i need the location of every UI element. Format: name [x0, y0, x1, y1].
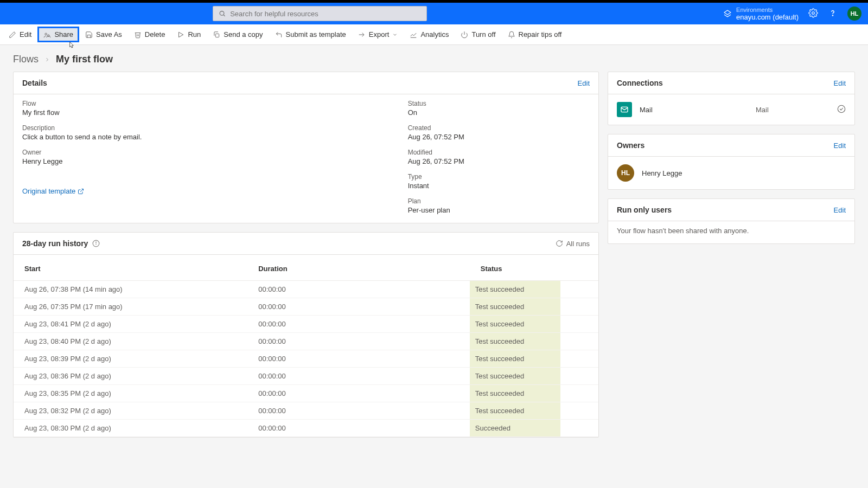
svg-rect-7: [216, 34, 219, 37]
col-start[interactable]: Start: [14, 255, 247, 281]
run-status: Test succeeded: [470, 402, 598, 420]
owners-card: Owners Edit HL Henry Legge: [608, 134, 855, 190]
run-only-edit-link[interactable]: Edit: [834, 206, 846, 214]
environment-icon: [723, 9, 732, 18]
original-template-label: Original template: [22, 187, 75, 195]
details-card: Details Edit FlowMy first flow Descripti…: [13, 72, 599, 223]
table-row[interactable]: Aug 23, 08:40 PM (2 d ago)00:00:00Test s…: [14, 333, 598, 350]
bell-icon: [508, 31, 515, 38]
description-value: Click a button to send a note by email.: [22, 133, 386, 141]
col-duration[interactable]: Duration: [247, 255, 470, 281]
info-icon[interactable]: [92, 240, 100, 247]
export-button[interactable]: Export: [354, 28, 403, 41]
owners-title: Owners: [617, 141, 644, 150]
table-row[interactable]: Aug 23, 08:32 PM (2 d ago)00:00:00Test s…: [14, 402, 598, 420]
connection-type: Mail: [756, 106, 829, 114]
turn-off-button[interactable]: Turn off: [456, 28, 500, 41]
table-row[interactable]: Aug 23, 08:36 PM (2 d ago)00:00:00Test s…: [14, 368, 598, 385]
svg-point-2: [812, 11, 815, 14]
details-title: Details: [22, 79, 47, 87]
table-row[interactable]: Aug 26, 07:35 PM (17 min ago)00:00:00Tes…: [14, 298, 598, 316]
owners-edit-link[interactable]: Edit: [834, 142, 846, 150]
settings-icon[interactable]: [808, 8, 818, 20]
run-start: Aug 23, 08:36 PM (2 d ago): [14, 368, 247, 385]
run-button[interactable]: Run: [173, 28, 205, 41]
run-status: Succeeded: [470, 420, 598, 437]
modified-value: Aug 26, 07:52 PM: [408, 157, 590, 165]
owner-avatar: HL: [617, 164, 634, 182]
run-history-title: 28-day run history: [22, 239, 88, 248]
help-icon[interactable]: [828, 8, 838, 20]
run-duration: 00:00:00: [247, 368, 470, 385]
modified-label: Modified: [408, 149, 590, 156]
check-icon: [837, 105, 846, 115]
run-duration: 00:00:00: [247, 298, 470, 316]
chart-icon: [410, 31, 417, 38]
run-duration: 00:00:00: [247, 350, 470, 368]
mail-icon: [617, 102, 632, 117]
svg-point-3: [832, 15, 833, 15]
owner-row[interactable]: HL Henry Legge: [608, 157, 854, 189]
chevron-down-icon: [392, 32, 398, 37]
svg-point-15: [838, 105, 845, 112]
save-as-button[interactable]: Save As: [81, 28, 126, 41]
search-box[interactable]: [213, 6, 427, 21]
table-row[interactable]: Aug 23, 08:39 PM (2 d ago)00:00:00Test s…: [14, 350, 598, 368]
svg-line-1: [224, 15, 225, 16]
power-icon: [461, 31, 468, 38]
table-row[interactable]: Aug 23, 08:30 PM (2 d ago)00:00:00Succee…: [14, 420, 598, 437]
flow-value: My first flow: [22, 108, 386, 117]
original-template-link[interactable]: Original template: [22, 187, 386, 195]
run-duration: 00:00:00: [247, 385, 470, 402]
share-icon: [43, 31, 51, 38]
breadcrumb-root[interactable]: Flows: [13, 54, 39, 65]
run-status: Test succeeded: [470, 333, 598, 350]
col-status[interactable]: Status: [470, 255, 598, 281]
refresh-icon: [556, 240, 563, 247]
arrow-return-icon: [275, 31, 283, 38]
submit-template-button[interactable]: Submit as template: [271, 28, 350, 41]
cmd-label: Share: [54, 30, 73, 38]
cmd-label: Run: [188, 30, 201, 38]
svg-marker-6: [179, 32, 183, 37]
connections-edit-link[interactable]: Edit: [834, 79, 846, 87]
type-label: Type: [408, 173, 590, 181]
run-start: Aug 23, 08:41 PM (2 d ago): [14, 316, 247, 333]
svg-point-0: [220, 11, 224, 16]
table-row[interactable]: Aug 23, 08:35 PM (2 d ago)00:00:00Test s…: [14, 385, 598, 402]
cmd-label: Export: [369, 30, 390, 38]
cmd-label: Save As: [96, 30, 122, 38]
run-duration: 00:00:00: [247, 333, 470, 350]
details-edit-link[interactable]: Edit: [578, 79, 590, 87]
search-input[interactable]: [230, 10, 421, 18]
top-navbar: Environments enayu.com (default) HL: [0, 3, 868, 24]
owner-label: Owner: [22, 149, 386, 156]
command-bar: Edit Share Save As Delete Run Send a cop…: [0, 24, 868, 45]
send-copy-button[interactable]: Send a copy: [208, 28, 267, 41]
cmd-label: Submit as template: [286, 30, 346, 38]
created-label: Created: [408, 124, 590, 132]
environment-name: enayu.com (default): [736, 13, 799, 21]
share-button[interactable]: Share: [39, 28, 78, 41]
copy-icon: [213, 31, 220, 38]
table-row[interactable]: Aug 23, 08:41 PM (2 d ago)00:00:00Test s…: [14, 316, 598, 333]
repair-tips-button[interactable]: Repair tips off: [503, 28, 566, 41]
environment-picker[interactable]: Environments enayu.com (default): [723, 7, 799, 21]
run-only-empty-text: Your flow hasn't been shared with anyone…: [617, 227, 749, 235]
table-row[interactable]: Aug 26, 07:38 PM (14 min ago)00:00:00Tes…: [14, 281, 598, 298]
analytics-button[interactable]: Analytics: [405, 28, 453, 41]
run-only-title: Run only users: [617, 206, 672, 214]
connections-card: Connections Edit Mail Mail: [608, 72, 855, 125]
created-value: Aug 26, 07:52 PM: [408, 133, 590, 141]
user-avatar[interactable]: HL: [847, 7, 861, 21]
svg-point-5: [48, 35, 50, 37]
edit-button[interactable]: Edit: [4, 28, 36, 41]
delete-button[interactable]: Delete: [130, 28, 170, 41]
chevron-right-icon: [44, 56, 50, 63]
run-only-users-card: Run only users Edit Your flow hasn't bee…: [608, 198, 855, 244]
run-history-table: Start Duration Status Aug 26, 07:38 PM (…: [14, 255, 598, 437]
run-duration: 00:00:00: [247, 316, 470, 333]
all-runs-link[interactable]: All runs: [556, 240, 590, 248]
connection-row[interactable]: Mail Mail: [608, 94, 854, 125]
description-label: Description: [22, 124, 386, 132]
